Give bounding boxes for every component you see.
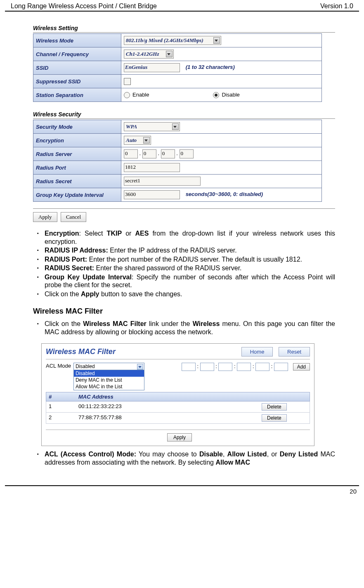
table-row: 1 00:11:22:33:22:23 Delete [46,401,310,413]
ssid-label: SSID [33,61,121,75]
radius-port-label: Radius Port [33,161,121,175]
acl-mode-label: ACL Mode [46,363,71,369]
gku-input[interactable]: 3600 [124,190,180,199]
mac-filter-title: Wireless MAC Filter [46,347,116,356]
wireless-setting-title: Wireless Setting [33,25,335,33]
row-num: 1 [46,401,76,412]
bullet-mac-intro: Click on the Wireless MAC Filter link un… [33,320,335,336]
mac-filter-heading: Wireless MAC Filter [33,307,335,316]
apply-button[interactable]: Apply [33,212,57,222]
bullet-radius-secret: RADIUS Secret: Enter the shared password… [33,264,335,272]
mac-in-3[interactable] [218,363,232,371]
mac-in-6[interactable] [274,363,288,371]
bullet-acl-mode: ACL (Access Control) Mode: You may choos… [33,450,335,466]
radius-ip-2[interactable]: 0 [142,149,156,158]
station-separation-label: Station Separation [33,88,121,102]
suppressed-ssid-label: Suppressed SSID [33,75,121,88]
radius-server-label: Radius Server [33,147,121,161]
mac-in-2[interactable] [200,363,214,371]
row-mac: 00:11:22:33:22:23 [76,401,259,412]
acl-opt-deny[interactable]: Deny MAC in the List [74,377,144,383]
header-right: Version 1.0 [320,2,353,10]
mac-apply-button[interactable]: Apply [167,433,192,442]
acl-opt-disabled[interactable]: Disabled [74,370,144,377]
row-num: 2 [46,413,76,423]
col-mac: MAC Address [76,392,259,401]
add-button[interactable]: Add [293,363,310,371]
security-mode-label: Security Mode [33,120,121,134]
page-number: 20 [350,488,357,495]
row-mac: 77:88:77:55:77:88 [76,413,259,423]
acl-mode-select[interactable]: Disabled Disabled Deny MAC in the List A… [73,363,144,390]
mac-in-5[interactable] [255,363,269,371]
bullet-radius-ip: RADIUS IP Address: Enter the IP address … [33,246,335,255]
radius-port-input[interactable]: 1812 [124,163,180,172]
security-mode-select[interactable]: WPA [124,122,180,131]
col-num: # [46,392,76,401]
channel-label: Channel / Frequency [33,47,121,61]
suppressed-ssid-checkbox[interactable] [124,78,131,85]
reset-button[interactable]: Reset [279,347,310,357]
table-row: 2 77:88:77:55:77:88 Delete [46,413,310,424]
encryption-select[interactable]: Auto [124,136,151,145]
mac-in-1[interactable] [182,363,196,371]
gku-hint: seconds(30~3600, 0: disabled) [186,191,263,197]
radius-ip-4[interactable]: 0 [180,149,194,158]
gku-label: Group Key Update Interval [33,188,121,202]
header-left: Long Range Wireless Access Point / Clien… [11,2,157,10]
enable-radio[interactable] [124,92,130,98]
radius-secret-input[interactable]: secret1 [124,177,201,186]
acl-opt-allow[interactable]: Allow MAC in the List [74,383,144,390]
ssid-hint: (1 to 32 characters) [186,64,235,70]
bullet-gku: Group Key Update Interval: Specify the n… [33,273,335,289]
delete-button[interactable]: Delete [262,403,287,411]
bullet-apply: Click on the Apply button to save the ch… [33,290,335,298]
channel-select[interactable]: Ch1-2.412GHz [124,50,174,59]
cancel-button[interactable]: Cancel [61,212,86,222]
encryption-label: Encryption [33,134,121,147]
wireless-mode-label: Wireless Mode [33,34,121,47]
wireless-mode-select[interactable]: 802.11b/g Mixed (2.4GHz/54Mbps) [124,36,221,45]
disable-radio[interactable] [213,92,219,98]
bullet-radius-port: RADIUS Port: Enter the port number of th… [33,255,335,264]
wireless-security-title: Wireless Security [33,111,335,119]
enable-label: Enable [132,92,149,98]
wireless-setting-panel: Wireless Setting Wireless Mode 802.11b/g… [33,25,335,222]
mac-in-4[interactable] [237,363,251,371]
ssid-input[interactable]: EnGenius [124,63,180,72]
radius-ip-1[interactable]: 0 [124,149,138,158]
mac-filter-panel: Wireless MAC Filter Home Reset ACL Mode … [41,343,314,446]
acl-selected: Disabled [74,363,144,370]
radius-secret-label: Radius Secret [33,175,121,188]
radius-ip-3[interactable]: 0 [161,149,175,158]
bullet-encryption: Encryption: Select TKIP or AES from the … [33,229,335,246]
delete-button[interactable]: Delete [262,414,287,422]
disable-label: Disable [222,92,239,98]
home-button[interactable]: Home [241,347,273,357]
